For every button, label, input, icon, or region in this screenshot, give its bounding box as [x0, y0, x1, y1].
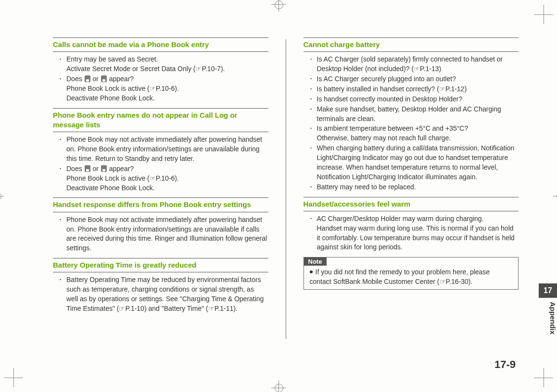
list-item: Phone Book may not activate immediately … — [66, 135, 267, 164]
troubleshoot-section: Battery Operating Time is greatly reduce… — [53, 258, 268, 314]
crop-mark-icon — [4, 368, 23, 387]
list-item: Is AC Charger (sold separately) firmly c… — [317, 55, 518, 74]
section-title: Calls cannot be made via a Phone Book en… — [53, 37, 268, 51]
page-number: 17-9 — [494, 358, 516, 371]
note-box: NoteIf you did not find the remedy to yo… — [304, 257, 519, 290]
reg-mark-icon — [271, 380, 286, 392]
column-divider — [286, 39, 286, 339]
list-item: Is AC Charger securely plugged into an o… — [317, 74, 518, 84]
reg-mark-icon — [271, 0, 286, 12]
crop-mark-icon — [534, 368, 553, 387]
bullet-list: Phone Book may not activate immediately … — [53, 215, 268, 254]
list-item: Does or appear?Phone Book Lock is active… — [66, 164, 267, 193]
phone-lock-icon — [85, 165, 90, 172]
phone-lock-icon — [101, 75, 107, 82]
phone-lock-icon — [85, 75, 90, 82]
troubleshoot-section: Handset/accessories feel warmAC Charger/… — [304, 197, 519, 253]
bullet-icon — [310, 270, 313, 273]
content-area: Calls cannot be made via a Phone Book en… — [53, 37, 519, 339]
left-column: Calls cannot be made via a Phone Book en… — [53, 37, 268, 339]
bullet-list: Is AC Charger (sold separately) firmly c… — [304, 55, 519, 192]
list-item: Is ambient temperature between +5°C and … — [317, 124, 518, 143]
list-item: Battery Operating Time may be reduced by… — [66, 275, 267, 314]
section-title: Handset response differs from Phone Book… — [53, 197, 268, 211]
section-title: Cannot charge battery — [304, 37, 519, 51]
list-item: Phone Book may not activate immediately … — [66, 215, 267, 254]
list-item: Does or appear?Phone Book Lock is active… — [66, 74, 267, 103]
note-body: If you did not find the remedy to your p… — [304, 266, 519, 289]
list-item: Make sure handset, battery, Desktop Hold… — [317, 105, 518, 124]
section-title: Phone Book entry names do not appear in … — [53, 108, 268, 132]
chapter-label: Appendix — [539, 301, 557, 355]
manual-page: Calls cannot be made via a Phone Book en… — [0, 0, 557, 392]
reg-mark-icon — [0, 189, 4, 203]
troubleshoot-section: Calls cannot be made via a Phone Book en… — [53, 37, 268, 103]
phone-lock-icon — [101, 165, 107, 172]
troubleshoot-section: Cannot charge batteryIs AC Charger (sold… — [304, 37, 519, 192]
list-item: Entry may be saved as Secret.Activate Se… — [66, 55, 267, 74]
bullet-list: Phone Book may not activate immediately … — [53, 135, 268, 193]
bullet-list: AC Charger/Desktop Holder may warm durin… — [304, 214, 519, 253]
right-column: Cannot charge batteryIs AC Charger (sold… — [304, 37, 519, 339]
note-label: Note — [304, 257, 327, 266]
chapter-tab: 17 — [539, 283, 557, 298]
section-title: Battery Operating Time is greatly reduce… — [53, 258, 268, 272]
list-item: AC Charger/Desktop Holder may warm durin… — [317, 214, 518, 253]
crop-mark-icon — [534, 5, 553, 24]
section-title: Handset/accessories feel warm — [304, 197, 519, 211]
reg-mark-icon — [553, 189, 557, 203]
list-item: Battery may need to be replaced. — [317, 183, 518, 192]
list-item: Is handset correctly mounted in Desktop … — [317, 95, 518, 104]
list-item: Is battery installed in handset correctl… — [317, 85, 518, 94]
troubleshoot-section: Handset response differs from Phone Book… — [53, 197, 268, 253]
bullet-list: Entry may be saved as Secret.Activate Se… — [53, 55, 268, 103]
list-item: When charging battery during a call/data… — [317, 144, 518, 182]
troubleshoot-section: Phone Book entry names do not appear in … — [53, 108, 268, 193]
bullet-list: Battery Operating Time may be reduced by… — [53, 275, 268, 314]
